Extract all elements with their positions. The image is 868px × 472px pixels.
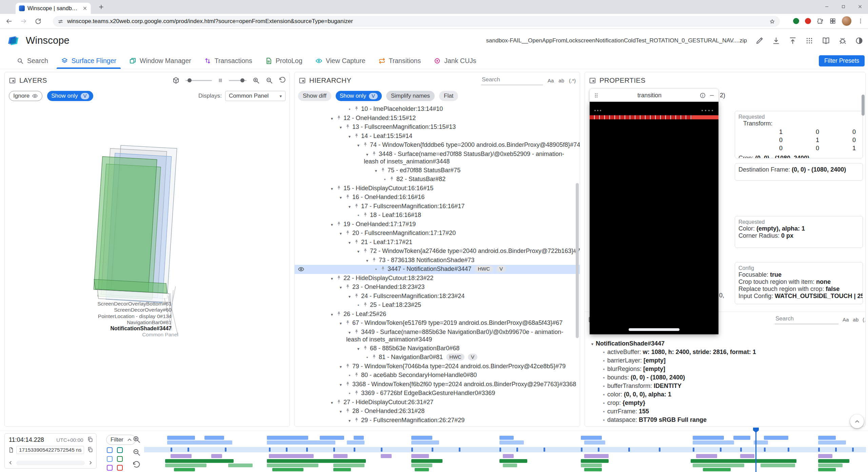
hierarchy-node[interactable]: ▾73 - 8736138 NotificationShade#73 <box>295 256 580 265</box>
pin-icon[interactable] <box>371 257 377 263</box>
expand-arrow-icon[interactable]: ▾ <box>329 185 335 193</box>
trace-segment[interactable] <box>347 440 364 445</box>
rotate-3d-icon[interactable] <box>172 77 180 84</box>
pin-icon[interactable] <box>345 284 351 290</box>
zoom-in-icon[interactable] <box>252 77 260 84</box>
trace-segment[interactable] <box>703 468 731 471</box>
window-close-button[interactable] <box>857 4 863 9</box>
pin-icon[interactable] <box>389 176 395 182</box>
new-tab-button[interactable] <box>98 4 104 10</box>
hierarchy-node[interactable]: ▾12 - OneHanded:15:15#12 <box>295 114 580 123</box>
pin-icon[interactable] <box>354 417 359 423</box>
timeline-zoom-reset-icon[interactable] <box>132 461 141 469</box>
trace-segment[interactable] <box>818 440 846 445</box>
expand-arrow-icon[interactable]: ▾ <box>346 239 353 247</box>
expand-arrow-icon[interactable]: ▾ <box>355 248 362 255</box>
trace-segment[interactable] <box>740 454 754 458</box>
hierarchy-node[interactable]: ▾22 - HideDisplayCutout:18:23#22 <box>295 274 580 283</box>
trace-segment[interactable] <box>764 436 788 440</box>
property-row[interactable]: •crop: {empty} <box>585 399 865 407</box>
trace-segment[interactable] <box>167 440 232 445</box>
trace-event-tick[interactable] <box>286 448 288 452</box>
expand-arrow-icon[interactable]: ▾ <box>346 329 353 336</box>
trace-segment[interactable] <box>211 454 222 458</box>
timeline-filter-button[interactable]: Filter <box>106 435 136 445</box>
layer-label[interactable]: ScreenDecorOverlayBottom#61 <box>5 301 172 307</box>
trace-segment[interactable] <box>499 440 524 445</box>
trace-event-tick[interactable] <box>544 448 545 452</box>
trace-segment[interactable] <box>411 436 432 440</box>
trace-event-tick[interactable] <box>459 448 460 452</box>
hierarchy-node[interactable]: ▾14 - Leaf:15:15#14 <box>295 132 580 141</box>
trace-event-tick[interactable] <box>333 448 335 452</box>
flat-toggle[interactable]: Flat <box>439 91 458 101</box>
browser-forward-button[interactable] <box>20 18 27 25</box>
trace-event-tick[interactable] <box>499 448 501 452</box>
trace-segment[interactable] <box>333 454 348 458</box>
trace-event-tick[interactable] <box>659 448 660 452</box>
property-row[interactable]: •color: (0, 0, 0), alpha: 1 <box>585 390 865 399</box>
trace-event-tick[interactable] <box>581 448 583 452</box>
layer-label[interactable]: NavigationBar0#81 <box>5 319 172 326</box>
pin-icon[interactable] <box>345 408 351 414</box>
pin-icon[interactable] <box>362 426 368 426</box>
expand-arrow-icon[interactable]: ▾ <box>337 363 344 371</box>
tab-surface-flinger[interactable]: Surface Flinger <box>55 53 123 69</box>
prev-frame-icon[interactable] <box>7 460 14 466</box>
collapse-timeline-button[interactable] <box>850 414 864 428</box>
expand-arrow-icon[interactable]: ▾ <box>337 124 344 131</box>
trace-segment[interactable] <box>411 464 432 467</box>
trace-segment[interactable] <box>320 436 344 440</box>
trace-segment[interactable] <box>171 454 192 458</box>
extensions-grid-icon[interactable] <box>829 18 836 24</box>
pin-icon[interactable] <box>336 221 342 227</box>
trace-event-tick[interactable] <box>598 448 599 452</box>
expand-arrow-icon[interactable]: ▾ <box>337 230 344 237</box>
hierarchy-node[interactable]: ▾26 - Leaf:25#26 <box>295 310 580 319</box>
trace-event-tick[interactable] <box>411 448 413 452</box>
site-settings-icon[interactable] <box>58 19 63 24</box>
dark-mode-icon[interactable] <box>855 37 863 45</box>
trace-segment[interactable] <box>581 436 602 440</box>
extensions-puzzle-icon[interactable] <box>817 18 824 24</box>
trace-segment[interactable] <box>761 464 795 467</box>
trace-event-tick[interactable] <box>764 448 766 452</box>
property-row[interactable]: •activeBuffer: w: 1080, h: 2400, stride:… <box>585 348 865 356</box>
extension-icon-2[interactable] <box>805 18 811 24</box>
property-row[interactable]: •bounds: (0, 0) - (1080, 2400) <box>585 373 865 382</box>
pin-icon[interactable] <box>354 133 359 139</box>
property-row[interactable]: •barrierLayer: [empty] <box>585 356 865 365</box>
trace-segment[interactable] <box>228 464 253 467</box>
browser-back-button[interactable] <box>5 18 13 25</box>
tab-transitions[interactable]: Transitions <box>372 53 428 69</box>
download-icon[interactable] <box>772 37 780 45</box>
pin-icon[interactable] <box>354 390 359 396</box>
layer-label[interactable]: NotificationShade#3447 <box>5 326 172 332</box>
timestamp-ns[interactable]: 1715339054227572545 ns <box>16 446 84 454</box>
trace-event-tick[interactable] <box>432 448 433 452</box>
trace-segment[interactable] <box>167 436 195 440</box>
pin-icon[interactable] <box>345 363 351 369</box>
tab-jank-cujs[interactable]: Jank CUJs <box>427 53 482 69</box>
trace-type-icon[interactable] <box>107 456 113 462</box>
trace-segment[interactable] <box>503 464 517 467</box>
pin-icon[interactable] <box>354 106 359 112</box>
trace-segment[interactable] <box>818 459 849 463</box>
pin-icon[interactable] <box>345 230 351 236</box>
expand-arrow-icon[interactable]: ▾ <box>337 381 344 389</box>
documentation-icon[interactable] <box>822 37 830 45</box>
trace-segment[interactable] <box>415 468 429 471</box>
trace-event-tick[interactable] <box>171 448 172 452</box>
tab-window-manager[interactable]: Window Manager <box>123 53 198 69</box>
edit-icon[interactable] <box>755 37 764 45</box>
trace-segment[interactable] <box>499 459 527 463</box>
trace-segment[interactable] <box>693 440 734 445</box>
trace-event-tick[interactable] <box>852 448 854 452</box>
hierarchy-scrollbar[interactable] <box>576 183 579 338</box>
trace-segment[interactable] <box>174 468 195 471</box>
property-row[interactable]: •currFrame: 155 <box>585 407 865 416</box>
property-row[interactable]: •blurRegions: [empty] <box>585 365 865 373</box>
trace-segment[interactable] <box>272 468 303 471</box>
window-maximize-button[interactable] <box>841 4 846 9</box>
report-bug-icon[interactable] <box>839 37 847 45</box>
